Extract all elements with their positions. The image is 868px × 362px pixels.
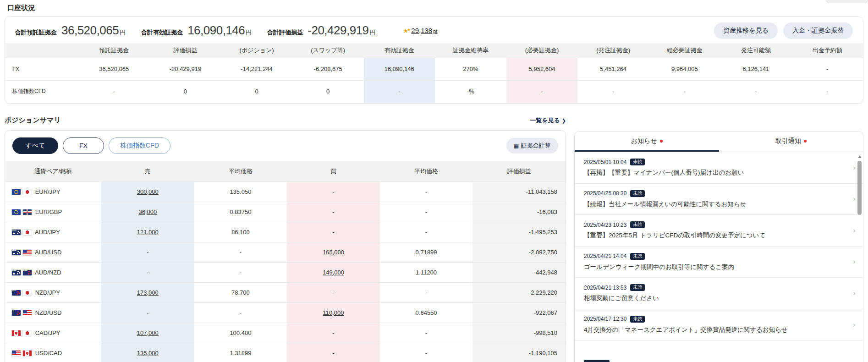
sell-qty-cell: 36,000 — [101, 202, 194, 222]
notification-item[interactable]: 2025/05/01 10:04 未読 【再掲】【重要】マイナンバー(個人番号)… — [575, 152, 863, 184]
pair-cell: AUD/NZD — [5, 262, 101, 282]
pl-cell: -442,948 — [472, 262, 566, 282]
notification-item[interactable]: 2025/04/17 12:30 未読 4月交換分の「マネースクエアポイント」交… — [575, 309, 863, 341]
scrollbar-thumb[interactable] — [857, 161, 862, 215]
buy-qty-cell: - — [287, 323, 380, 343]
unread-badge: 未読 — [630, 159, 645, 165]
metric-unit: 円 — [246, 28, 252, 37]
metric-value: 36,520,065 — [61, 23, 119, 38]
position-table: 通貨ペア/銘柄 売 平均価格 買 平均価格 評価損益 EUR/JPY 300,0… — [5, 161, 566, 362]
pl-cell: -1,495,253 — [472, 222, 566, 242]
sell-qty-cell: - — [101, 302, 194, 323]
position-row: EUR/JPY 300,000 135.050 - - -11,043,158 — [5, 181, 566, 202]
sell-qty-link[interactable]: 135,000 — [137, 350, 159, 357]
sell-qty-link: - — [147, 249, 148, 256]
col-header-pair: 通貨ペア/銘柄 — [5, 161, 101, 181]
position-row: AUD/JPY 121,000 86.100 - - -1,495,253 — [5, 222, 566, 242]
flag-gb-icon — [22, 209, 32, 215]
margin-calc-button[interactable]: ▦ 証拠金計算 — [506, 138, 558, 154]
notification-datetime: 2025/04/21 14:04 — [584, 253, 626, 259]
tab-news[interactable]: お知らせ — [575, 132, 719, 152]
pair-cell: USD/CAD — [5, 343, 101, 362]
sell-avg-cell: - — [194, 302, 287, 323]
notification-item[interactable]: 2025/04/25 08:30 未読 【続報】当社メール情報漏えいの可能性に関… — [575, 184, 863, 215]
pl-cell: -11,043,158 — [472, 181, 566, 202]
chevron-right-icon: › — [853, 194, 856, 203]
cell-deposit-margin: - — [78, 80, 150, 103]
sell-qty-cell: 300,000 — [101, 181, 194, 202]
pair-label: CAD/JPY — [35, 329, 60, 336]
asset-transition-button[interactable]: 資産推移を見る — [714, 22, 778, 39]
buy-qty-link: - — [332, 350, 334, 357]
pl-cell: -1,190,105 — [472, 343, 566, 362]
deposit-transfer-button[interactable]: 入金・証拠金振替 — [783, 22, 853, 39]
col-header-sell: 売 — [101, 161, 194, 181]
cell-withdrawal-reserved: - — [791, 80, 863, 103]
sell-avg-cell: 78.700 — [194, 282, 287, 302]
pl-cell: -16,083 — [472, 202, 566, 222]
tab-all[interactable]: すべて — [12, 137, 58, 154]
notifications-panel: お知らせ 取引通知 2025/05/01 10:04 未読 【再掲】【重要】マイ… — [574, 131, 863, 362]
sell-qty-link: - — [147, 309, 148, 316]
sell-avg-cell: - — [194, 242, 287, 262]
buy-qty-link[interactable]: 149,000 — [323, 269, 344, 276]
notification-item[interactable]: 2025/04/21 14:04 未読 ゴールデンウィーク期間中のお取引等に関す… — [575, 247, 863, 278]
partial-top-right-element — [826, 0, 868, 3]
flag-eu-icon — [11, 189, 21, 195]
notification-item[interactable]: 2025/04/23 10:23 未読 【重要】2025年5月 トラリピCFDの… — [575, 215, 863, 247]
pair-label: EUR/GBP — [35, 208, 62, 215]
flag-jp-icon — [22, 229, 32, 236]
flag-us-icon — [22, 310, 32, 316]
col-header-buy-avg: 平均価格 — [380, 161, 473, 181]
view-list-link[interactable]: 一覧を見る❯ — [530, 116, 566, 125]
sell-qty-link[interactable]: 107,000 — [137, 329, 159, 336]
buy-qty-link[interactable]: 110,000 — [323, 309, 344, 316]
sell-avg-cell: 1.31899 — [194, 343, 287, 362]
cell-position: -14,221,244 — [221, 58, 292, 80]
sell-qty-link[interactable]: 300,000 — [137, 188, 159, 195]
buy-qty-link: - — [332, 208, 334, 215]
scroll-up-icon[interactable] — [858, 155, 862, 158]
col-header: 証拠金維持率 — [435, 43, 506, 58]
account-status-table: 預託証拠金 評価損益 (ポジション) (スワップ等) 有効証拠金 証拠金維持率 … — [5, 43, 863, 103]
metric-label: 合計評価損益 — [267, 28, 303, 37]
sell-qty-link[interactable]: 121,000 — [137, 229, 159, 236]
col-header: 評価損益 — [150, 43, 221, 58]
flag-ca-icon — [11, 330, 21, 336]
calculator-icon: ▦ — [514, 143, 519, 149]
tab-fx[interactable]: FX — [63, 137, 104, 154]
pl-cell: -2,229,220 — [472, 282, 566, 302]
pair-cell: EUR/JPY — [5, 181, 101, 202]
sell-qty-cell: 135,000 — [101, 343, 194, 362]
unread-badge: 未読 — [630, 253, 645, 260]
sell-qty-link[interactable]: 173,000 — [137, 289, 159, 296]
tab-stock-index-cfd[interactable]: 株価指数CFD — [109, 137, 170, 154]
sell-avg-cell: - — [194, 262, 287, 282]
cell-swap: -6,208,675 — [292, 58, 364, 80]
points-link[interactable]: ★★ 29,138 pt — [403, 27, 438, 34]
pl-cell: -2,092,750 — [472, 242, 566, 262]
position-row: EUR/GBP 36,000 0.83750 - - -16,083 — [5, 202, 566, 222]
buy-qty-cell: 165,000 — [287, 242, 380, 262]
sell-qty-link[interactable]: 36,000 — [138, 208, 157, 215]
col-header-pl: 評価損益 — [472, 161, 566, 181]
metric-unit: 円 — [370, 28, 376, 37]
buy-qty-cell: - — [287, 343, 380, 362]
points-unit: pt — [433, 28, 437, 34]
chevron-right-icon: › — [853, 163, 856, 172]
notification-item[interactable]: 2025/04/21 13:53 未読 相場変動にご留意ください › — [575, 278, 863, 309]
unread-badge: 未読 — [630, 284, 645, 291]
pl-cell: -922,067 — [472, 302, 566, 323]
col-header: 総必要証拠金 — [649, 43, 720, 58]
buy-qty-cell: 149,000 — [287, 262, 380, 282]
sell-qty-cell: - — [101, 262, 194, 282]
sell-qty-cell: 173,000 — [101, 282, 194, 302]
sell-qty-link: - — [147, 269, 148, 276]
tab-trade-notice[interactable]: 取引通知 — [719, 132, 863, 152]
position-filter-tabs: すべて FX 株価指数CFD ▦ 証拠金計算 — [5, 131, 566, 161]
pair-label: NZD/USD — [35, 309, 62, 316]
col-header: 発注可能額 — [720, 43, 792, 58]
account-status-title: 口座状況 — [7, 4, 35, 12]
pair-cell: AUD/JPY — [5, 222, 101, 242]
buy-qty-link[interactable]: 165,000 — [323, 249, 344, 256]
